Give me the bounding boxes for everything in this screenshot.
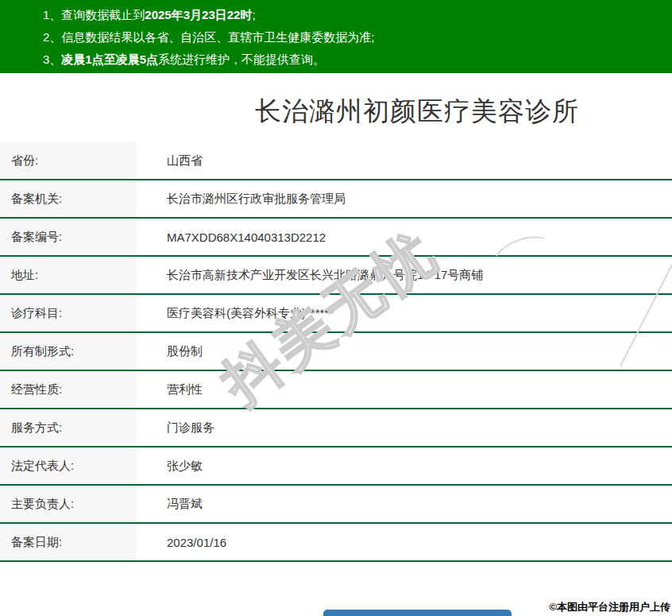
row-value: MA7XDD68X14040313D2212: [137, 218, 672, 256]
image-credit-text: ©本图由平台注册用户上传: [549, 600, 670, 614]
table-row: 备案日期: 2023/01/16: [0, 523, 672, 561]
query-result-page: 1、查询数据截止到2025年3月23日22时; 2、信息数据结果以各省、自治区、…: [0, 0, 672, 616]
row-label: 法定代表人:: [0, 447, 137, 485]
notice-2-text: 2、信息数据结果以各省、自治区、直辖市卫生健康委数据为准;: [43, 30, 375, 44]
page-title: 长治潞州初颜医疗美容诊所: [81, 94, 672, 130]
close-window-button[interactable]: 〖关闭窗口〗: [323, 610, 512, 616]
table-row: 诊疗科目: 医疗美容科(美容外科专业)******: [0, 294, 672, 332]
row-label: 服务方式:: [0, 409, 137, 447]
record-info-table: 省份: 山西省 备案机关: 长治市潞州区行政审批服务管理局 备案编号: MA7X…: [0, 142, 672, 562]
row-label: 省份:: [0, 142, 137, 180]
row-value: 营利性: [137, 370, 672, 409]
table-row: 经营性质: 营利性: [0, 370, 672, 409]
row-label: 诊疗科目:: [0, 294, 137, 332]
row-value: 山西省: [137, 142, 672, 180]
row-value: 2023/01/16: [137, 523, 672, 561]
notice-3-text: 3、: [43, 52, 61, 66]
notice-1-tail: ;: [252, 8, 255, 21]
row-label: 所有制形式:: [0, 332, 137, 370]
table-row: 备案编号: MA7XDD68X14040313D2212: [0, 218, 672, 256]
notice-line-3: 3、凌晨1点至凌晨5点系统进行维护，不能提供查询。: [0, 48, 672, 71]
row-label: 经营性质:: [0, 370, 137, 409]
row-label: 主要负责人:: [0, 485, 137, 523]
table-row: 服务方式: 门诊服务: [0, 409, 672, 447]
table-row: 主要负责人: 冯晋斌: [0, 485, 672, 523]
row-label: 备案编号:: [0, 218, 137, 256]
notice-3-tail: 系统进行维护，不能提供查询。: [158, 52, 325, 66]
table-row: 备案机关: 长治市潞州区行政审批服务管理局: [0, 180, 672, 218]
notice-line-1: 1、查询数据截止到2025年3月23日22时;: [0, 4, 672, 26]
table-row: 地址: 长治市高新技术产业开发区长兴北路潞鼎九号院14-17号商铺: [0, 256, 672, 294]
row-value: 长治市高新技术产业开发区长兴北路潞鼎九号院14-17号商铺: [137, 256, 672, 294]
notice-header: 1、查询数据截止到2025年3月23日22时; 2、信息数据结果以各省、自治区、…: [0, 0, 672, 73]
row-value: 长治市潞州区行政审批服务管理局: [137, 180, 672, 218]
notice-3-bold: 凌晨1点至凌晨5点: [61, 52, 158, 66]
row-value: 门诊服务: [137, 409, 672, 447]
row-label: 备案日期:: [0, 523, 137, 561]
row-label: 备案机关:: [0, 180, 137, 218]
row-value: 冯晋斌: [137, 485, 672, 523]
notice-1-text: 1、查询数据截止到: [43, 8, 145, 21]
row-value: 股份制: [137, 332, 672, 370]
row-label: 地址:: [0, 256, 137, 294]
table-row: 省份: 山西省: [0, 142, 672, 180]
row-value: 张少敏: [137, 447, 672, 485]
notice-1-bold: 2025年3月23日22时: [145, 8, 252, 21]
table-row: 所有制形式: 股份制: [0, 332, 672, 370]
table-row: 法定代表人: 张少敏: [0, 447, 672, 485]
notice-line-2: 2、信息数据结果以各省、自治区、直辖市卫生健康委数据为准;: [0, 26, 672, 48]
row-value: 医疗美容科(美容外科专业)******: [137, 294, 672, 332]
